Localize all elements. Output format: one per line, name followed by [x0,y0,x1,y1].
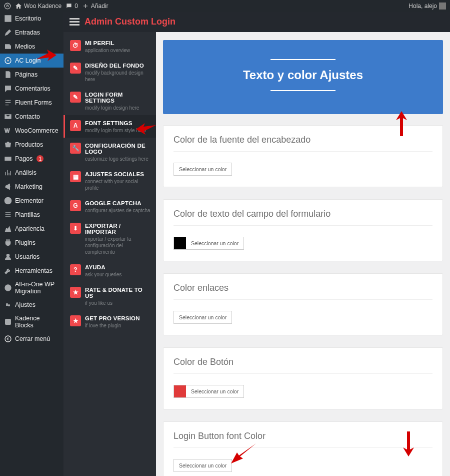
pagos-icon [4,155,12,163]
paginas-icon [4,71,12,79]
wp-menu-label: Usuarios [15,253,40,260]
wp-menu-label: Plantillas [15,211,40,218]
panel-login-btn-font: Login Button font ColorSeleccionar un co… [163,421,443,476]
color-picker[interactable]: Seleccionar un color [174,311,232,324]
plugin-menu-logo[interactable]: 🔧CONFIGURACIÓN DE LOGOcustomize logo set… [64,138,156,166]
wp-logo-icon[interactable]: W [4,3,11,10]
wp-menu-label: Escritorio [15,15,41,22]
wp-menu-woocommerce[interactable]: WWooCommerce [0,124,64,138]
wp-menu-medios[interactable]: Medios [0,40,64,54]
plugin-menu-export[interactable]: ⬇EXPORTAR / IMPORTARimportar / exportar … [64,218,156,259]
wp-menu-kadence[interactable]: Kadence Blocks [0,312,64,332]
sociales-icon: ▦ [70,171,81,182]
wp-menu-label: Páginas [15,71,38,78]
plugin-title: Admin Custom Login [84,17,176,27]
add-new-link[interactable]: Añadir [82,3,108,10]
comentarios-icon [4,85,12,93]
wp-menu-plugins[interactable]: Plugins [0,236,64,250]
cerrar-icon [4,335,12,343]
usuarios-icon [4,253,12,261]
comments-link[interactable]: 0 [66,3,78,10]
ac-login-icon [4,57,12,65]
wp-menu-label: Apariencia [15,225,44,232]
plugin-menu-title: RATE & DONATE TO US [85,287,151,299]
rate-icon: ★ [70,287,81,298]
plugin-menu-rate[interactable]: ★RATE & DONATE TO USif you like us [64,282,156,310]
wp-adminbar: W Woo Kadence 0 Añadir Hola, alejo [0,0,450,12]
greeting[interactable]: Hola, alejo [408,3,446,10]
panel-title: Color de la fuente del encabezado [174,135,432,145]
color-picker-label: Seleccionar un color [186,240,244,246]
wp-menu-escritorio[interactable]: Escritorio [0,12,64,26]
wp-menu-label: AC Login [15,57,40,64]
wp-menu-fluent-forms[interactable]: Fluent Forms [0,96,64,110]
wp-menu-paginas[interactable]: Páginas [0,68,64,82]
wp-menu-ac-login[interactable]: AC Login [0,54,64,68]
svg-point-2 [8,46,9,48]
plugin-menu-sociales[interactable]: ▦AJUSTES SOCIALESconnect with your socia… [64,166,156,195]
plugin-menu-sub: configurar ajustes de captcha [85,207,150,214]
plugin-content[interactable]: Texto y color Ajustes Color de la fuente… [156,32,450,476]
logo-icon: 🔧 [70,143,81,154]
plugin-menu-fondo[interactable]: ✎DISEÑO DEL FONDOmodify background desig… [64,58,156,87]
plugin-menu-login-form[interactable]: ✎LOGIN FORM SETTINGSmodify login design … [64,87,156,115]
perfil-icon: ⏱ [70,40,81,51]
color-picker[interactable]: Seleccionar un color [174,385,244,398]
plugin-menu-pro[interactable]: ★GET PRO VERSIONif love the plugin [64,310,156,333]
wp-menu-analisis[interactable]: Análisis [0,166,64,180]
wp-menu-label: All-in-One WP Migration [15,281,60,295]
color-picker-label: Seleccionar un color [174,166,232,172]
wp-menu-elementor[interactable]: Elementor [0,194,64,208]
plugin-menu-ayuda[interactable]: ?AYUDAask your queries [64,259,156,282]
wp-sidebar: EscritorioEntradasMediosAC LoginPáginasC… [0,12,64,476]
plugin-menu-title: EXPORTAR / IMPORTAR [85,223,151,235]
wp-menu-pagos[interactable]: Pagos1 [0,152,64,166]
wp-menu-productos[interactable]: Productos [0,138,64,152]
contacto-icon [4,113,12,121]
plugin-menu-sub: if love the plugin [85,322,140,329]
wp-menu-label: Fluent Forms [15,99,52,106]
panel-links: Color enlacesSeleccionar un color [163,273,443,335]
plugin-menu-sub: ask your queries [85,271,122,278]
plugin-menu-title: AJUSTES SOCIALES [85,171,151,177]
svg-point-4 [8,60,9,62]
color-picker[interactable]: Seleccionar un color [174,237,244,250]
wp-menu-label: Contacto [15,113,40,120]
wp-menu-usuarios[interactable]: Usuarios [0,250,64,264]
export-icon: ⬇ [70,223,81,234]
wp-menu-marketing[interactable]: Marketing [0,180,64,194]
apariencia-icon [4,225,12,233]
wp-menu-herramientas[interactable]: Herramientas [0,264,64,278]
elementor-icon [4,197,12,205]
svg-point-8 [5,285,11,291]
color-picker[interactable]: Seleccionar un color [174,163,232,176]
plugin-menu-perfil[interactable]: ⏱MI PERFILapplication overview [64,35,156,58]
wp-menu-comentarios[interactable]: Comentarios [0,82,64,96]
login-form-icon: ✎ [70,92,81,103]
svg-point-9 [6,303,8,305]
wp-menu-cerrar[interactable]: Cerrar menú [0,332,64,346]
wp-menu-plantillas[interactable]: Plantillas [0,208,64,222]
wp-menu-entradas[interactable]: Entradas [0,26,64,40]
wp-menu-apariencia[interactable]: Apariencia [0,222,64,236]
plugin-menu-sub: customize logo settings here [85,156,151,162]
menu-toggle-icon[interactable] [70,18,80,26]
svg-text:W: W [6,4,10,8]
plugin-menu-captcha[interactable]: GGOOGLE CAPTCHAconfigurar ajustes de cap… [64,195,156,218]
plugin-menu-sub: application overview [85,47,130,54]
wp-menu-aio-wp[interactable]: All-in-One WP Migration [0,278,64,298]
svg-rect-11 [6,319,11,325]
wp-menu-label: Cerrar menú [15,335,50,342]
plugin-menu-sub: connect with your social profile [85,178,151,191]
color-picker-label: Seleccionar un color [174,462,232,468]
wp-menu-label: Plugins [15,239,36,246]
wp-menu-label: Pagos [15,155,32,162]
wp-menu-ajustes[interactable]: Ajustes [0,298,64,312]
panel-title: Color de texto del campo del formulario [174,209,432,219]
site-link[interactable]: Woo Kadence [15,3,62,10]
color-picker[interactable]: Seleccionar un color [174,459,232,472]
wp-menu-contacto[interactable]: Contacto [0,110,64,124]
plugin-menu-font[interactable]: AFONT SETTINGSmodify login form style he… [64,115,156,138]
svg-text:W: W [4,128,10,134]
woocommerce-icon: W [4,127,12,135]
